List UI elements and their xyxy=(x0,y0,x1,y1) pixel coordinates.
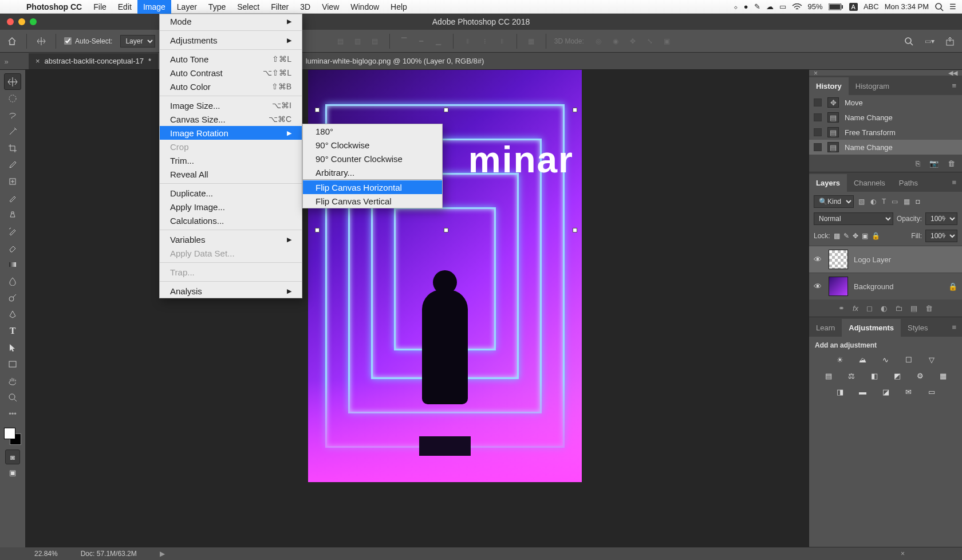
3d-orbit-icon[interactable]: ◎ xyxy=(592,35,605,48)
screen-mode-icon[interactable]: ▣ xyxy=(4,464,21,481)
history-brush-tool[interactable] xyxy=(4,223,21,239)
gradient-tool[interactable] xyxy=(4,256,21,273)
tab-collapse-toggle[interactable]: » xyxy=(2,53,10,69)
blur-tool[interactable] xyxy=(4,273,21,289)
layer-fx-icon[interactable]: fx xyxy=(853,304,858,313)
dropbox-icon[interactable]: ⬦ xyxy=(734,2,738,11)
panel-menu-icon[interactable]: ≡ xyxy=(946,178,962,187)
eraser-tool[interactable] xyxy=(4,239,21,256)
brightness-contrast-icon[interactable]: ☀ xyxy=(834,354,846,365)
submenu-item-flip-canvas-horizontal[interactable]: Flip Canvas Horizontal xyxy=(303,180,442,194)
menu-item-reveal-all[interactable]: Reveal All xyxy=(160,167,302,181)
panel-close-icon[interactable]: × xyxy=(814,69,818,77)
color-balance-icon[interactable]: ⚖ xyxy=(845,370,858,381)
tab-adjustments[interactable]: Adjustments xyxy=(842,319,901,337)
search-icon[interactable] xyxy=(902,35,915,48)
pen-tool[interactable] xyxy=(4,306,21,322)
3d-roll-icon[interactable]: ◉ xyxy=(609,35,622,48)
share-icon[interactable] xyxy=(944,35,956,48)
tab-learn[interactable]: Learn xyxy=(809,319,842,337)
layer-row[interactable]: 👁Background🔒 xyxy=(809,273,962,299)
align-right-icon[interactable]: ▤ xyxy=(369,35,381,48)
menu-item-apply-image[interactable]: Apply Image... xyxy=(160,200,302,214)
layer-filter-kind[interactable]: 🔍KindKind xyxy=(814,195,854,208)
selective-color-icon[interactable]: ✉ xyxy=(902,386,915,397)
input-source-label[interactable]: ABC xyxy=(864,2,879,11)
status-circle-icon[interactable]: ● xyxy=(744,2,748,11)
type-tool[interactable]: T xyxy=(4,322,21,339)
auto-align-icon[interactable]: ▦ xyxy=(525,35,538,48)
cloud-icon[interactable]: ☁ xyxy=(766,2,774,11)
menu-item-image-size[interactable]: Image Size...⌥⌘I xyxy=(160,98,302,112)
snapshot-icon[interactable]: 📷 xyxy=(929,159,939,168)
color-swatch[interactable] xyxy=(4,428,21,445)
menu-item-analysis[interactable]: Analysis▶ xyxy=(160,284,302,298)
menu-item-auto-tone[interactable]: Auto Tone⇧⌘L xyxy=(160,52,302,66)
submenu-item-90-counter-clockwise[interactable]: 90° Counter Clockwise xyxy=(303,152,442,165)
path-select-tool[interactable] xyxy=(4,339,21,356)
statusbar-menu-icon[interactable]: ▶ xyxy=(160,550,165,558)
auto-select-mode-dropdown[interactable]: Layer xyxy=(120,35,155,48)
curves-icon[interactable]: ∿ xyxy=(880,354,892,365)
levels-icon[interactable]: ⛰ xyxy=(857,354,869,365)
layer-row[interactable]: 👁Logo Layer xyxy=(809,246,962,273)
wifi-icon[interactable] xyxy=(792,3,802,10)
menu-window[interactable]: Window xyxy=(345,0,385,14)
invert-icon[interactable]: ◨ xyxy=(834,386,846,397)
color-lookup-icon[interactable]: ▦ xyxy=(937,370,949,381)
align-bottom-icon[interactable]: ▁ xyxy=(432,35,445,48)
panel-menu-icon[interactable]: ≡ xyxy=(946,81,962,90)
home-icon[interactable] xyxy=(6,35,18,48)
adjustment-layer-icon[interactable]: ◐ xyxy=(881,304,887,313)
submenu-item-flip-canvas-vertical[interactable]: Flip Canvas Vertical xyxy=(303,194,442,208)
menu-file[interactable]: File xyxy=(88,0,112,14)
layer-group-icon[interactable]: 🗀 xyxy=(895,304,902,313)
quick-mask-toggle[interactable]: ◙ xyxy=(5,449,20,464)
layer-visibility-icon[interactable]: 👁 xyxy=(814,255,823,264)
brush-tool[interactable] xyxy=(4,190,21,206)
move-tool-preset-icon[interactable] xyxy=(35,35,48,48)
menu-layer[interactable]: Layer xyxy=(171,0,203,14)
align-left-icon[interactable]: ▤ xyxy=(334,35,347,48)
menu-type[interactable]: Type xyxy=(203,0,231,14)
spotlight-icon[interactable] xyxy=(935,2,944,11)
filter-pixel-icon[interactable]: ▧ xyxy=(858,198,865,206)
menu-item-canvas-size[interactable]: Canvas Size...⌥⌘C xyxy=(160,112,302,126)
tab-paths[interactable]: Paths xyxy=(892,174,925,192)
history-item[interactable]: ▤Name Change xyxy=(809,110,962,125)
menu-filter[interactable]: Filter xyxy=(265,0,294,14)
threshold-icon[interactable]: ◪ xyxy=(880,386,892,397)
lock-all-icon[interactable]: 🔒 xyxy=(872,232,880,240)
history-item[interactable]: ▤Free Transform xyxy=(809,125,962,140)
tab-histogram[interactable]: Histogram xyxy=(849,77,896,95)
doc-size[interactable]: Doc: 57.1M/63.2M xyxy=(81,550,137,558)
photo-filter-icon[interactable]: ◩ xyxy=(891,370,904,381)
document-tab-1[interactable]: × abstract-backlit-conceptual-17 * xyxy=(29,53,158,69)
move-tool[interactable] xyxy=(4,73,21,90)
fill-input[interactable]: 100% xyxy=(925,230,957,242)
filter-smart-icon[interactable]: ▦ xyxy=(904,198,910,206)
minimize-panels-icon[interactable]: × xyxy=(901,550,905,558)
panel-menu-icon[interactable]: ≡ xyxy=(946,323,962,332)
input-source-icon[interactable]: A xyxy=(849,3,858,11)
crop-tool[interactable] xyxy=(4,140,21,156)
lock-position-icon[interactable]: ✥ xyxy=(853,232,858,240)
new-layer-icon[interactable]: ▤ xyxy=(910,304,917,313)
menu-item-variables[interactable]: Variables▶ xyxy=(160,232,302,246)
distribute-v-icon[interactable]: ⫴ xyxy=(496,35,508,48)
posterize-icon[interactable]: ▬ xyxy=(857,386,869,397)
zoom-level[interactable]: 22.84% xyxy=(34,550,58,558)
filter-toggle-icon[interactable]: ◘ xyxy=(916,198,920,206)
new-doc-from-state-icon[interactable]: ⎘ xyxy=(916,159,920,168)
gradient-map-icon[interactable]: ▭ xyxy=(925,386,938,397)
tab-history[interactable]: History xyxy=(809,77,849,95)
align-center-h-icon[interactable]: ▥ xyxy=(352,35,364,48)
submenu-item-90-clockwise[interactable]: 90° Clockwise xyxy=(303,138,442,152)
vibrance-icon[interactable]: ▽ xyxy=(925,354,938,365)
menu-view[interactable]: View xyxy=(316,0,345,14)
tab-layers[interactable]: Layers xyxy=(809,174,847,192)
hue-sat-icon[interactable]: ▤ xyxy=(822,370,835,381)
3d-camera-icon[interactable]: ▣ xyxy=(661,35,673,48)
menu-item-image-rotation[interactable]: Image Rotation▶ xyxy=(160,126,302,140)
filter-type-icon[interactable]: T xyxy=(882,198,886,206)
